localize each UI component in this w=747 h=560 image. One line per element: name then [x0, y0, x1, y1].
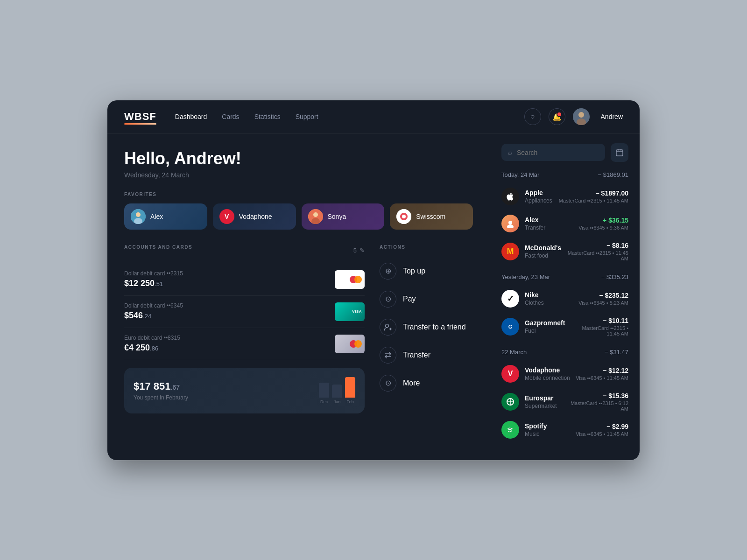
transaction-item[interactable]: ✓ Nike Clothes − $235.12 Visa ••6345 • 5…: [501, 285, 628, 312]
action-topup-label: Top up: [403, 267, 425, 275]
transaction-item[interactable]: V Vodaphone Mobile connection − $12.12 V…: [501, 360, 628, 387]
transaction-item[interactable]: G Gazpromneft Fuel − $10.11 MasterCard •…: [501, 312, 628, 341]
tx-info: McDonald's Fast food: [525, 244, 561, 259]
calendar-button[interactable]: [611, 143, 628, 162]
spending-amount: $17 851.67: [134, 380, 188, 392]
message-button[interactable]: ○: [524, 108, 541, 125]
account-label-2: Dollar debit card ••6345: [124, 302, 183, 309]
nav-support[interactable]: Support: [296, 111, 318, 122]
spending-info: $17 851.67 You spent in February: [134, 380, 188, 401]
tx-category: Supermarket: [525, 403, 557, 409]
fav-avatar-vodaphone: V: [219, 209, 234, 224]
tx-category: Fast food: [525, 252, 561, 259]
transaction-group: Yesterday, 23 Mar− $335.23 ✓ Nike Clothe…: [501, 273, 628, 341]
accounts-count: 5 ✎: [353, 247, 365, 254]
accounts-header: ACCOUNTS AND CARDS 5 ✎: [124, 245, 365, 256]
action-transfer[interactable]: Transfer: [380, 341, 473, 369]
bar-jan: [332, 385, 342, 398]
pay-icon: ⊙: [380, 291, 396, 308]
fav-avatar-sonya: [308, 209, 323, 224]
tx-amount: − $12.12: [576, 367, 628, 374]
fav-name-swisscom: Swisscom: [416, 213, 445, 220]
nav-statistics[interactable]: Statistics: [254, 111, 281, 122]
action-transfer-label: Transfer: [403, 351, 430, 359]
action-pay[interactable]: ⊙ Pay: [380, 285, 473, 313]
svg-point-7: [313, 212, 318, 217]
tx-logo-vodaphone: V: [501, 365, 519, 383]
main: Hello, Andrew! Wednesday, 24 March FAVOR…: [107, 134, 640, 460]
tx-amount: − $235.12: [578, 292, 628, 299]
transaction-item[interactable]: Eurospar Supermarket − $15.36 MasterCard…: [501, 387, 628, 416]
transaction-item[interactable]: Spotify Music − $2.99 Visa ••6345 • 11:4…: [501, 416, 628, 443]
logo: WBSF: [124, 111, 156, 123]
header-icons: ○ 🔔 Andrew: [524, 108, 623, 125]
tx-meta: MasterCard ••2315 • 11:45 AM: [571, 325, 628, 336]
svg-point-11: [402, 215, 406, 218]
account-label-3: Euro debit card ••8315: [124, 335, 180, 341]
action-transfer-friend[interactable]: Transfer to a friend: [380, 313, 473, 341]
nav-dashboard[interactable]: Dashboard: [175, 111, 207, 122]
account-label-1: Dollar debit card ••2315: [124, 270, 183, 277]
tx-amount-group: + $36.15 Visa ••6345 • 9:36 AM: [578, 217, 628, 231]
bar-label-jan: Jan: [334, 399, 341, 404]
tx-info: Apple Appliances: [525, 189, 553, 204]
spending-card: $17 851.67 You spent in February Dec: [124, 368, 365, 413]
svg-point-1: [578, 112, 584, 118]
fav-vodaphone[interactable]: V Vodaphone: [213, 203, 296, 230]
transfer-icon: [380, 347, 396, 364]
bar-group-feb: Feb: [345, 377, 355, 404]
account-row-2[interactable]: Dollar debit card ••6345 $546.24 VISA: [124, 296, 365, 328]
bottom-grid: ACCOUNTS AND CARDS 5 ✎ Dollar debit card…: [124, 245, 473, 413]
favorites-row: Alex V Vodaphone Sonya: [124, 203, 473, 230]
card-circle-orange-1: [354, 276, 362, 283]
action-more[interactable]: ⊙ More: [380, 369, 473, 397]
user-name: Andrew: [601, 113, 623, 120]
bar-group-dec: Dec: [319, 383, 329, 404]
app-container: WBSF Dashboard Cards Statistics Support …: [107, 100, 640, 460]
tx-meta: Visa ••6345 • 11:45 AM: [576, 375, 628, 381]
nav-cards[interactable]: Cards: [222, 111, 239, 122]
tx-category: Fuel: [525, 328, 565, 334]
transaction-group: 22 March− $31.47 V Vodaphone Mobile conn…: [501, 349, 628, 443]
tx-amount: + $36.15: [578, 217, 628, 224]
visa-text: VISA: [352, 309, 362, 314]
account-row-3[interactable]: Euro debit card ••8315 €4 250.86: [124, 328, 365, 360]
tx-logo-eurospar: [501, 393, 519, 411]
account-row-1[interactable]: Dollar debit card ••2315 $12 250.51: [124, 264, 365, 296]
tx-category: Mobile connection: [525, 375, 570, 381]
notification-button[interactable]: 🔔: [549, 108, 565, 125]
card-visual-3: [335, 335, 365, 353]
avatar: [573, 108, 590, 125]
tx-amount: − $2.99: [576, 423, 628, 430]
tx-category: Clothes: [525, 300, 573, 306]
transaction-item[interactable]: Apple Appliances − $1897.00 MasterCard •…: [501, 183, 628, 210]
bar-label-feb: Feb: [346, 399, 354, 404]
search-box[interactable]: ⌕: [501, 144, 605, 161]
action-topup[interactable]: ⊕ Top up: [380, 257, 473, 285]
date-header: Today, 24 Mar− $1869.01: [501, 171, 628, 178]
fav-sonya[interactable]: Sonya: [302, 203, 385, 230]
fav-alex[interactable]: Alex: [124, 203, 207, 230]
tx-category: Music: [525, 431, 570, 437]
fav-name-sonya: Sonya: [328, 213, 346, 220]
fav-avatar-alex: [131, 209, 146, 224]
tx-category: Appliances: [525, 197, 553, 204]
header: WBSF Dashboard Cards Statistics Support …: [107, 100, 640, 134]
svg-point-4: [136, 212, 141, 217]
card-circles-3: [350, 340, 362, 348]
tx-amount-group: − $1897.00 MasterCard ••2315 • 11:45 AM: [559, 189, 628, 203]
fav-name-alex: Alex: [150, 213, 163, 220]
date-label: Today, 24 Mar: [501, 171, 539, 178]
left-panel: Hello, Andrew! Wednesday, 24 March FAVOR…: [107, 134, 490, 460]
transaction-item[interactable]: Alex Transfer + $36.15 Visa ••6345 • 9:3…: [501, 210, 628, 237]
svg-point-15: [507, 224, 514, 228]
right-header: ⌕: [501, 143, 628, 162]
search-input[interactable]: [517, 149, 599, 156]
tx-amount-group: − $8.16 MasterCard ••2315 • 11:45 AM: [567, 242, 628, 261]
transaction-item[interactable]: M McDonald's Fast food − $8.16 MasterCar…: [501, 237, 628, 266]
fav-swisscom[interactable]: Swisscom: [390, 203, 473, 230]
tx-name: McDonald's: [525, 244, 561, 252]
more-icon: ⊙: [380, 375, 396, 392]
date-total: − $335.23: [601, 273, 628, 280]
tx-meta: Visa ••6345 • 5:23 AM: [578, 300, 628, 306]
